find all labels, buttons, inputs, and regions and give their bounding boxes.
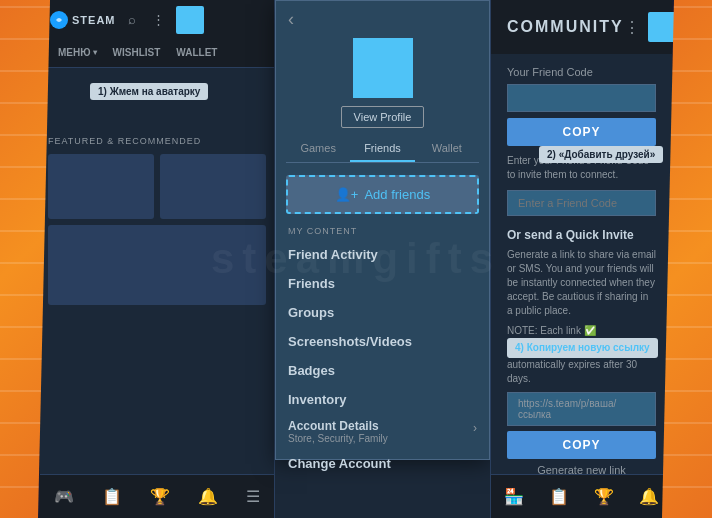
groups-item[interactable]: Groups xyxy=(276,298,489,327)
community-nav-1[interactable]: 🏪 xyxy=(496,479,532,514)
nav-item-menu[interactable]: МЕНЮ ▾ xyxy=(50,40,105,67)
quick-invite-title: Or send a Quick Invite xyxy=(507,228,656,242)
community-menu-icon[interactable]: ⋮ xyxy=(624,18,640,37)
game-card-1[interactable] xyxy=(48,154,154,219)
left-panel: STEAM ⌕ ⋮ МЕНЮ ▾ WISHLIST WALLET 1) Жмем… xyxy=(40,0,275,518)
user-avatar[interactable] xyxy=(176,6,204,34)
community-header: COMMUNITY ⋮ xyxy=(491,0,672,54)
friends-item[interactable]: Friends xyxy=(276,269,489,298)
community-bottom-nav: 🏪 📋 🏆 🔔 xyxy=(491,474,672,518)
community-title: COMMUNITY xyxy=(507,18,624,36)
steam-header: STEAM ⌕ ⋮ xyxy=(40,0,274,40)
quick-invite-description: Generate a link to share via email or SM… xyxy=(507,248,656,318)
bottom-nav-menu[interactable]: ☰ xyxy=(238,479,268,514)
add-friends-button[interactable]: 👤+ Add friends xyxy=(286,175,479,214)
game-card-3[interactable] xyxy=(48,225,266,305)
account-subtitle: Store, Security, Family xyxy=(288,433,477,444)
community-header-right: ⋮ xyxy=(624,12,678,42)
note-checkmark: ✅ 4) Копируем новую ссылку xyxy=(507,325,658,353)
copy-link-button[interactable]: COPY xyxy=(507,431,656,459)
link-url-box: https://s.team/p/ваша/ссылка xyxy=(507,392,656,426)
tab-friends[interactable]: Friends xyxy=(350,136,414,162)
friend-code-input[interactable] xyxy=(507,84,656,112)
community-nav-3[interactable]: 🏆 xyxy=(586,479,622,514)
steam-logo: STEAM xyxy=(50,10,120,30)
bottom-nav-home[interactable]: 🎮 xyxy=(46,479,82,514)
community-nav-2[interactable]: 📋 xyxy=(541,479,577,514)
nav-item-wallet[interactable]: WALLET xyxy=(168,40,225,67)
steam-icon xyxy=(50,11,68,29)
middle-panel: ‹ View Profile 2) «Добавить друзей» Game… xyxy=(275,0,490,460)
bottom-nav: 🎮 📋 🏆 🔔 ☰ xyxy=(40,474,274,518)
steam-logo-text: STEAM xyxy=(72,14,116,26)
steam-nav: МЕНЮ ▾ WISHLIST WALLET xyxy=(40,40,274,68)
badges-item[interactable]: Badges xyxy=(276,356,489,385)
game-card-2[interactable] xyxy=(160,154,266,219)
search-icon[interactable]: ⌕ xyxy=(128,12,144,28)
copy-code-button[interactable]: COPY xyxy=(507,118,656,146)
back-button[interactable]: ‹ xyxy=(276,1,489,38)
account-details-item[interactable]: › Account Details Store, Security, Famil… xyxy=(276,414,489,449)
add-icon: 👤+ xyxy=(335,187,359,202)
quick-invite-note: NOTE: Each link ✅ 4) Копируем новую ссыл… xyxy=(507,324,656,386)
quick-invite-section: Or send a Quick Invite Generate a link t… xyxy=(491,228,672,484)
enter-code-input[interactable] xyxy=(507,190,656,216)
step2-callout: 2) «Добавить друзей» xyxy=(539,146,663,163)
featured-label: FEATURED & RECOMMENDED xyxy=(48,136,266,146)
popup-avatar[interactable] xyxy=(353,38,413,98)
add-friends-label: Add friends xyxy=(364,187,430,202)
right-panel: COMMUNITY ⋮ Your Friend Code COPY Enter … xyxy=(490,0,672,518)
account-arrow-icon: › xyxy=(473,421,477,435)
friend-code-label: Your Friend Code xyxy=(507,66,656,78)
menu-icon[interactable]: ⋮ xyxy=(152,12,168,28)
community-nav-4[interactable]: 🔔 xyxy=(631,479,667,514)
change-account-item[interactable]: Change Account xyxy=(276,449,489,478)
inventory-item[interactable]: Inventory xyxy=(276,385,489,414)
step1-callout: 1) Жмем на аватарку xyxy=(90,83,208,100)
bottom-nav-achievements[interactable]: 🏆 xyxy=(142,479,178,514)
screenshots-item[interactable]: Screenshots/Videos xyxy=(276,327,489,356)
tab-wallet[interactable]: Wallet xyxy=(415,136,479,162)
popup-tabs: Games Friends Wallet xyxy=(286,136,479,163)
menu-arrow-icon: ▾ xyxy=(93,48,97,57)
my-content-label: MY CONTENT xyxy=(276,226,489,236)
friend-activity-item[interactable]: Friend Activity xyxy=(276,240,489,269)
bottom-nav-notifications[interactable]: 🔔 xyxy=(190,479,226,514)
nav-item-wishlist[interactable]: WISHLIST xyxy=(105,40,169,67)
friend-code-section: Your Friend Code COPY Enter your Friend'… xyxy=(491,54,672,228)
view-profile-button[interactable]: View Profile xyxy=(341,106,425,128)
left-content: FEATURED & RECOMMENDED xyxy=(40,68,274,313)
account-title: Account Details xyxy=(288,419,477,433)
step4-callout: 4) Копируем новую ссылку xyxy=(507,338,658,358)
game-cards xyxy=(48,154,266,305)
bottom-nav-store[interactable]: 📋 xyxy=(94,479,130,514)
tab-games[interactable]: Games xyxy=(286,136,350,162)
main-container: steamgifts STEAM ⌕ ⋮ МЕНЮ ▾ WISHLIST WAL… xyxy=(40,0,672,518)
